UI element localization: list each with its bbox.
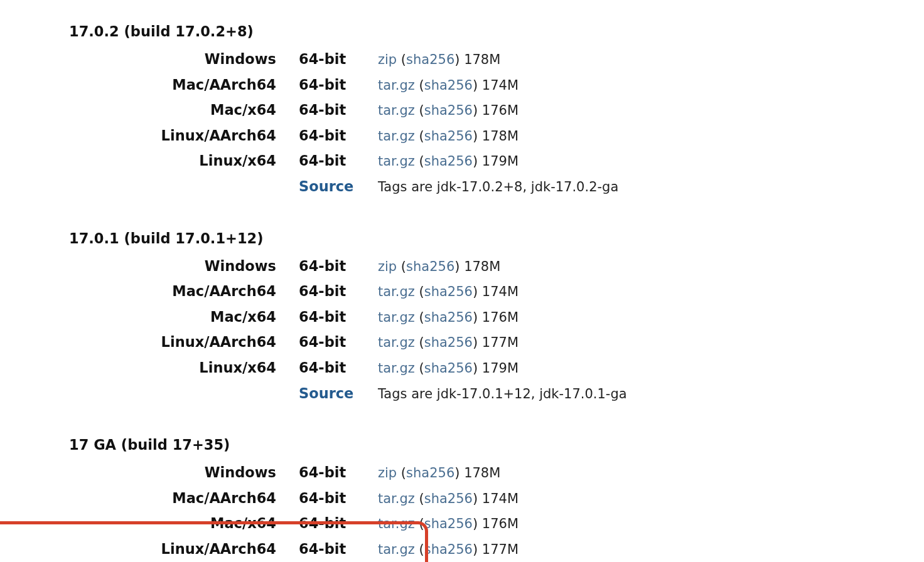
sha-link[interactable]: sha256 [424, 103, 473, 118]
file-size: 174M [482, 78, 518, 93]
download-row: Mac/AArch6464-bittar.gz (sha256) 174M [0, 278, 627, 304]
version-section: 17 GA (build 17+35)Windows64-bitzip (sha… [0, 433, 924, 562]
sha-link[interactable]: sha256 [406, 259, 454, 274]
download-cell: tar.gz (sha256) 176M [378, 511, 577, 536]
download-row: Linux/x6464-bittar.gz (sha256) 179M [0, 355, 627, 381]
file-size: 176M [482, 516, 518, 531]
format-link[interactable]: tar.gz [378, 78, 415, 93]
format-link[interactable]: tar.gz [378, 361, 415, 376]
version-heading: 17.0.2 (build 17.0.2+8) [69, 20, 924, 43]
format-link[interactable]: tar.gz [378, 516, 415, 531]
download-row: Mac/AArch6464-bittar.gz (sha256) 174M [0, 72, 618, 98]
format-link[interactable]: tar.gz [378, 284, 415, 299]
download-row: Linux/AArch6464-bittar.gz (sha256) 177M [0, 329, 627, 355]
format-link[interactable]: zip [378, 52, 397, 67]
os-label: Linux/x64 [0, 355, 299, 381]
arch-label: 64-bit [299, 355, 378, 381]
arch-label: 64-bit [299, 148, 378, 174]
download-row: Windows64-bitzip (sha256) 178M [0, 46, 618, 72]
arch-label: 64-bit [299, 511, 378, 536]
download-table: Windows64-bitzip (sha256) 178MMac/AArch6… [0, 460, 577, 562]
sha-link[interactable]: sha256 [424, 516, 473, 531]
sha-link[interactable]: sha256 [424, 491, 473, 506]
sha-link[interactable]: sha256 [424, 284, 473, 299]
arch-label: 64-bit [299, 329, 378, 355]
source-row: SourceTags are jdk-17.0.1+12, jdk-17.0.1… [0, 381, 627, 406]
download-cell: tar.gz (sha256) 179M [378, 148, 618, 174]
download-row: Linux/x6464-bittar.gz (sha256) 179M [0, 148, 618, 174]
format-link[interactable]: tar.gz [378, 154, 415, 169]
file-size: 179M [482, 154, 518, 169]
file-size: 178M [482, 129, 518, 144]
download-cell: tar.gz (sha256) 178M [378, 123, 618, 149]
os-label: Mac/x64 [0, 97, 299, 123]
download-table: Windows64-bitzip (sha256) 178MMac/AArch6… [0, 253, 627, 406]
os-label: Linux/AArch64 [0, 536, 299, 562]
download-row: Mac/AArch6464-bittar.gz (sha256) 174M [0, 485, 577, 511]
download-cell: tar.gz (sha256) 177M [378, 536, 577, 562]
file-size: 176M [482, 310, 518, 325]
download-row: Windows64-bitzip (sha256) 178M [0, 460, 577, 485]
download-row: Linux/AArch6464-bittar.gz (sha256) 177M [0, 536, 577, 562]
format-link[interactable]: tar.gz [378, 103, 415, 118]
os-label: Linux/AArch64 [0, 329, 299, 355]
sha-link[interactable]: sha256 [424, 542, 473, 557]
file-size: 177M [482, 335, 518, 350]
format-link[interactable]: zip [378, 259, 397, 274]
arch-label: 64-bit [299, 485, 378, 511]
sha-link[interactable]: sha256 [424, 361, 473, 376]
version-section: 17.0.1 (build 17.0.1+12)Windows64-bitzip… [0, 227, 924, 406]
sha-link[interactable]: sha256 [424, 154, 473, 169]
format-link[interactable]: tar.gz [378, 491, 415, 506]
download-cell: tar.gz (sha256) 174M [378, 72, 618, 98]
os-label: Mac/AArch64 [0, 485, 299, 511]
arch-label: 64-bit [299, 72, 378, 98]
format-link[interactable]: tar.gz [378, 129, 415, 144]
file-size: 176M [482, 103, 518, 118]
os-label: Mac/AArch64 [0, 72, 299, 98]
source-link[interactable]: Source [299, 178, 353, 194]
format-link[interactable]: tar.gz [378, 542, 415, 557]
download-row: Windows64-bitzip (sha256) 178M [0, 253, 627, 279]
os-label: Linux/AArch64 [0, 123, 299, 149]
source-link[interactable]: Source [299, 385, 353, 401]
arch-label: 64-bit [299, 460, 378, 485]
os-label: Windows [0, 460, 299, 485]
sha-link[interactable]: sha256 [424, 78, 473, 93]
download-cell: tar.gz (sha256) 176M [378, 304, 627, 330]
download-row: Mac/x6464-bittar.gz (sha256) 176M [0, 511, 577, 536]
arch-label: 64-bit [299, 278, 378, 304]
format-link[interactable]: tar.gz [378, 310, 415, 325]
format-link[interactable]: tar.gz [378, 335, 415, 350]
arch-label: 64-bit [299, 46, 378, 72]
sha-link[interactable]: sha256 [424, 310, 473, 325]
sha-link[interactable]: sha256 [406, 465, 454, 480]
download-cell: zip (sha256) 178M [378, 46, 618, 72]
os-label: Mac/AArch64 [0, 278, 299, 304]
source-tags: Tags are jdk-17.0.1+12, jdk-17.0.1-ga [378, 381, 627, 406]
arch-label: 64-bit [299, 97, 378, 123]
os-label: Windows [0, 253, 299, 279]
download-cell: tar.gz (sha256) 174M [378, 278, 627, 304]
sha-link[interactable]: sha256 [424, 129, 473, 144]
arch-label: 64-bit [299, 536, 378, 562]
version-section: 17.0.2 (build 17.0.2+8)Windows64-bitzip … [0, 20, 924, 199]
file-size: 179M [482, 361, 518, 376]
file-size: 178M [464, 465, 500, 480]
arch-label: 64-bit [299, 304, 378, 330]
file-size: 178M [464, 259, 500, 274]
os-label: Mac/x64 [0, 304, 299, 330]
file-size: 178M [464, 52, 500, 67]
download-cell: zip (sha256) 178M [378, 460, 577, 485]
sha-link[interactable]: sha256 [424, 335, 473, 350]
download-table: Windows64-bitzip (sha256) 178MMac/AArch6… [0, 46, 618, 199]
arch-label: 64-bit [299, 123, 378, 149]
download-cell: zip (sha256) 178M [378, 253, 627, 279]
version-heading: 17.0.1 (build 17.0.1+12) [69, 227, 924, 250]
os-label: Windows [0, 46, 299, 72]
os-label: Mac/x64 [0, 511, 299, 536]
format-link[interactable]: zip [378, 465, 397, 480]
sha-link[interactable]: sha256 [406, 52, 454, 67]
source-row: SourceTags are jdk-17.0.2+8, jdk-17.0.2-… [0, 174, 618, 199]
file-size: 174M [482, 491, 518, 506]
